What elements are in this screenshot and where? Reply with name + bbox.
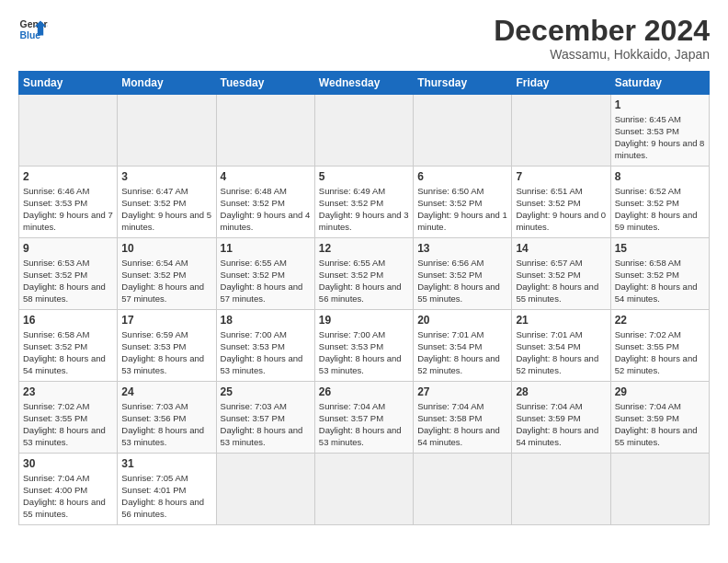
sunset-text: Sunset: 3:53 PM [615, 126, 679, 136]
calendar-cell: 1Sunrise: 6:45 AMSunset: 3:53 PMDaylight… [610, 95, 709, 167]
daylight-text: Daylight: 8 hours and 53 minutes. [23, 425, 106, 447]
calendar-cell [512, 95, 610, 167]
daylight-text: Daylight: 8 hours and 55 minutes. [615, 425, 698, 447]
day-number: 25 [221, 385, 311, 399]
calendar-cell [610, 454, 709, 525]
daylight-text: Daylight: 9 hours and 1 minute. [417, 210, 507, 232]
sunset-text: Sunset: 3:52 PM [23, 341, 87, 351]
sunset-text: Sunset: 3:57 PM [221, 413, 285, 423]
sunrise-text: Sunrise: 6:52 AM [615, 186, 681, 196]
calendar-cell: 16Sunrise: 6:58 AMSunset: 3:52 PMDayligh… [19, 310, 118, 382]
calendar-cell: 2Sunrise: 6:46 AMSunset: 3:53 PMDaylight… [19, 167, 118, 238]
sunrise-text: Sunrise: 7:05 AM [121, 473, 188, 483]
day-number: 20 [417, 313, 507, 327]
day-number: 3 [121, 169, 211, 184]
calendar-cell [19, 95, 118, 167]
sunset-text: Sunset: 3:53 PM [221, 341, 285, 351]
calendar-body: 1Sunrise: 6:45 AMSunset: 3:53 PMDaylight… [19, 95, 710, 525]
sunrise-text: Sunrise: 6:59 AM [121, 329, 188, 339]
sunrise-text: Sunrise: 7:01 AM [417, 329, 483, 339]
calendar-cell: 6Sunrise: 6:50 AMSunset: 3:52 PMDaylight… [414, 167, 512, 238]
calendar-cell [216, 454, 314, 525]
sunset-text: Sunset: 3:55 PM [615, 341, 679, 351]
calendar-cell: 23Sunrise: 7:02 AMSunset: 3:55 PMDayligh… [19, 382, 118, 454]
sunset-text: Sunset: 3:53 PM [319, 341, 383, 351]
sunrise-text: Sunrise: 6:49 AM [319, 186, 385, 196]
calendar-cell: 29Sunrise: 7:04 AMSunset: 3:59 PMDayligh… [610, 382, 709, 454]
day-number: 19 [319, 313, 409, 327]
daylight-text: Daylight: 8 hours and 56 minutes. [319, 282, 402, 304]
sunrise-text: Sunrise: 7:00 AM [319, 329, 385, 339]
sunset-text: Sunset: 3:52 PM [615, 270, 679, 280]
sunset-text: Sunset: 3:53 PM [121, 341, 186, 351]
daylight-text: Daylight: 8 hours and 53 minutes. [221, 425, 303, 447]
calendar-week-6: 30Sunrise: 7:04 AMSunset: 4:00 PMDayligh… [19, 454, 710, 525]
calendar-cell [414, 95, 512, 167]
sunset-text: Sunset: 3:59 PM [615, 413, 679, 423]
day-number: 2 [23, 169, 113, 184]
day-number: 13 [417, 241, 507, 256]
daylight-text: Daylight: 8 hours and 53 minutes. [221, 353, 303, 375]
sunset-text: Sunset: 3:52 PM [121, 270, 186, 280]
logo: General Blue [18, 15, 48, 44]
daylight-text: Daylight: 9 hours and 5 minutes. [121, 210, 211, 232]
daylight-text: Daylight: 8 hours and 54 minutes. [615, 282, 698, 304]
daylight-text: Daylight: 8 hours and 52 minutes. [516, 353, 598, 375]
daylight-text: Daylight: 8 hours and 56 minutes. [121, 497, 204, 519]
daylight-text: Daylight: 8 hours and 53 minutes. [319, 425, 402, 447]
day-number: 17 [121, 313, 211, 327]
calendar-cell: 18Sunrise: 7:00 AMSunset: 3:53 PMDayligh… [216, 310, 314, 382]
sunrise-text: Sunrise: 6:46 AM [23, 186, 89, 196]
sunrise-text: Sunrise: 7:02 AM [615, 329, 681, 339]
calendar-cell: 3Sunrise: 6:47 AMSunset: 3:52 PMDaylight… [118, 167, 216, 238]
day-number: 26 [319, 385, 409, 399]
sunset-text: Sunset: 3:54 PM [516, 341, 580, 351]
daylight-text: Daylight: 8 hours and 55 minutes. [417, 282, 500, 304]
day-number: 14 [516, 241, 606, 256]
col-friday: Friday [512, 72, 610, 95]
calendar-cell: 27Sunrise: 7:04 AMSunset: 3:58 PMDayligh… [414, 382, 512, 454]
daylight-text: Daylight: 9 hours and 3 minutes. [319, 210, 409, 232]
sunrise-text: Sunrise: 6:58 AM [23, 329, 89, 339]
calendar-cell: 24Sunrise: 7:03 AMSunset: 3:56 PMDayligh… [118, 382, 216, 454]
month-title: December 2024 [494, 15, 710, 47]
col-thursday: Thursday [414, 72, 512, 95]
daylight-text: Daylight: 8 hours and 54 minutes. [516, 425, 598, 447]
calendar-cell: 5Sunrise: 6:49 AMSunset: 3:52 PMDaylight… [314, 167, 413, 238]
sunrise-text: Sunrise: 7:04 AM [417, 401, 483, 411]
daylight-text: Daylight: 8 hours and 53 minutes. [319, 353, 402, 375]
daylight-text: Daylight: 8 hours and 52 minutes. [615, 353, 698, 375]
day-number: 4 [221, 169, 311, 184]
sunset-text: Sunset: 3:52 PM [121, 198, 186, 208]
day-number: 9 [23, 241, 113, 256]
sunrise-text: Sunrise: 7:04 AM [23, 473, 89, 483]
daylight-text: Daylight: 8 hours and 55 minutes. [516, 282, 598, 304]
daylight-text: Daylight: 8 hours and 59 minutes. [615, 210, 698, 232]
sunrise-text: Sunrise: 6:58 AM [615, 258, 681, 268]
sunset-text: Sunset: 3:54 PM [417, 341, 482, 351]
day-number: 21 [516, 313, 606, 327]
sunrise-text: Sunrise: 7:03 AM [221, 401, 287, 411]
calendar-cell: 13Sunrise: 6:56 AMSunset: 3:52 PMDayligh… [414, 238, 512, 310]
calendar-week-1: 1Sunrise: 6:45 AMSunset: 3:53 PMDaylight… [19, 95, 710, 167]
col-sunday: Sunday [19, 72, 118, 95]
sunrise-text: Sunrise: 7:01 AM [516, 329, 582, 339]
calendar-cell: 14Sunrise: 6:57 AMSunset: 3:52 PMDayligh… [512, 238, 610, 310]
sunset-text: Sunset: 3:52 PM [516, 198, 580, 208]
sunrise-text: Sunrise: 6:50 AM [417, 186, 483, 196]
calendar-week-2: 2Sunrise: 6:46 AMSunset: 3:53 PMDaylight… [19, 167, 710, 238]
sunset-text: Sunset: 3:59 PM [516, 413, 580, 423]
col-monday: Monday [118, 72, 216, 95]
header-row: Sunday Monday Tuesday Wednesday Thursday… [19, 72, 710, 95]
daylight-text: Daylight: 8 hours and 54 minutes. [417, 425, 500, 447]
sunset-text: Sunset: 3:52 PM [23, 270, 87, 280]
calendar-cell: 28Sunrise: 7:04 AMSunset: 3:59 PMDayligh… [512, 382, 610, 454]
daylight-text: Daylight: 8 hours and 53 minutes. [121, 353, 204, 375]
calendar-cell [512, 454, 610, 525]
calendar-cell: 22Sunrise: 7:02 AMSunset: 3:55 PMDayligh… [610, 310, 709, 382]
calendar-page: General Blue December 2024 Wassamu, Hokk… [0, 0, 728, 534]
logo-icon: General Blue [18, 15, 48, 44]
calendar-cell: 9Sunrise: 6:53 AMSunset: 3:52 PMDaylight… [19, 238, 118, 310]
sunset-text: Sunset: 3:52 PM [319, 270, 383, 280]
sunrise-text: Sunrise: 7:04 AM [516, 401, 582, 411]
